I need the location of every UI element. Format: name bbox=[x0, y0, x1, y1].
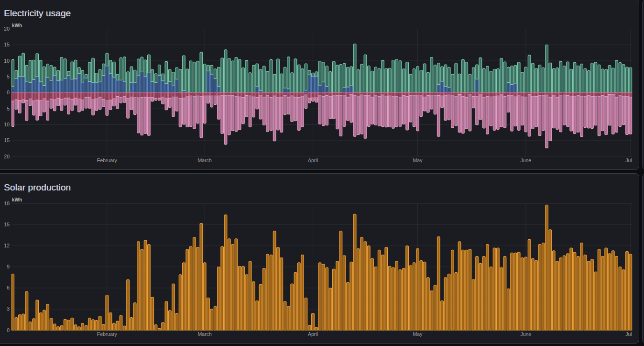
svg-text:15: 15 bbox=[4, 222, 10, 227]
svg-text:kWh: kWh bbox=[12, 197, 22, 202]
svg-text:February: February bbox=[97, 331, 118, 337]
svg-text:April: April bbox=[308, 331, 318, 337]
svg-text:March: March bbox=[198, 331, 212, 337]
svg-text:18: 18 bbox=[4, 201, 10, 206]
svg-text:12: 12 bbox=[4, 243, 10, 248]
svg-text:June: June bbox=[520, 331, 531, 337]
svg-text:3: 3 bbox=[7, 306, 10, 312]
svg-text:Jul: Jul bbox=[625, 331, 632, 337]
svg-text:9: 9 bbox=[7, 264, 10, 269]
svg-text:0: 0 bbox=[7, 327, 10, 333]
svg-text:6: 6 bbox=[7, 285, 10, 290]
svg-text:May: May bbox=[413, 331, 423, 337]
